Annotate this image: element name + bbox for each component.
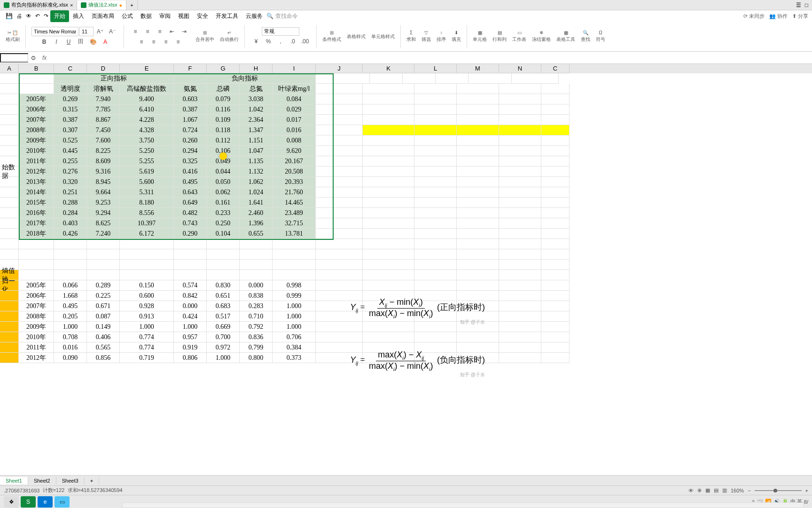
cell[interactable]: 正向指标	[54, 73, 174, 84]
zoom-slider[interactable]	[755, 490, 802, 491]
cell[interactable]: 0.913	[120, 311, 174, 322]
cell[interactable]	[541, 135, 570, 146]
cell[interactable]	[541, 218, 570, 229]
cell[interactable]: 0.112	[207, 135, 240, 146]
cell[interactable]	[414, 260, 457, 270]
cell[interactable]	[457, 104, 499, 115]
cell[interactable]	[541, 167, 570, 177]
table-row[interactable]: 2010年0.7080.4060.7740.9570.7000.8360.706	[0, 332, 812, 342]
cell[interactable]: 2005年	[19, 94, 54, 104]
sort-group[interactable]: ↕排序	[435, 30, 448, 43]
col-header-N[interactable]: N	[499, 64, 541, 73]
cell[interactable]	[0, 311, 19, 322]
cell[interactable]	[363, 332, 414, 342]
cell[interactable]: 4.228	[120, 115, 174, 125]
cell[interactable]	[541, 291, 570, 301]
cell[interactable]	[512, 73, 559, 84]
underline-icon[interactable]: U	[63, 37, 74, 47]
cell[interactable]: 5.311	[120, 187, 174, 198]
cell[interactable]	[414, 104, 457, 115]
cell[interactable]: 2009年	[19, 322, 54, 332]
cell[interactable]: 10.397	[120, 218, 174, 229]
cell[interactable]: 0.149	[87, 322, 120, 332]
menu-review[interactable]: 审阅	[156, 10, 174, 22]
col-header-G[interactable]: G	[207, 64, 240, 73]
cell[interactable]: 0.525	[54, 135, 87, 146]
zoom-level[interactable]: 160%	[731, 488, 744, 493]
cell[interactable]: 8.867	[87, 115, 120, 125]
cell[interactable]: 0.029	[273, 104, 316, 115]
cell[interactable]: 0.800	[240, 353, 273, 363]
cell[interactable]	[414, 187, 457, 198]
cell[interactable]	[499, 332, 541, 342]
cell[interactable]	[120, 239, 174, 249]
cell[interactable]: 0.600	[120, 291, 174, 301]
cell[interactable]	[54, 270, 87, 280]
menu-data[interactable]: 数据	[137, 10, 156, 22]
cell[interactable]	[316, 239, 363, 249]
cell[interactable]: 0.669	[207, 322, 240, 332]
cell[interactable]	[316, 94, 363, 104]
menu-dev[interactable]: 开发工具	[212, 10, 242, 22]
view-page-icon[interactable]: ▤	[714, 487, 718, 493]
cell[interactable]	[0, 353, 19, 363]
cell[interactable]: 0.719	[120, 353, 174, 363]
cell[interactable]	[207, 249, 240, 260]
cell[interactable]: 0.517	[207, 311, 240, 322]
cell[interactable]: 归一化	[0, 280, 19, 291]
cell[interactable]	[316, 146, 363, 156]
table-row[interactable]: 2005年0.2697.9409.4000.6030.0793.0380.084	[0, 94, 812, 104]
cell[interactable]	[363, 115, 414, 125]
cell[interactable]: 0.284	[54, 208, 87, 218]
cell[interactable]	[457, 198, 499, 208]
cell[interactable]: 0.565	[87, 342, 120, 353]
goto-icon[interactable]: ⊙	[28, 55, 39, 61]
menu-layout[interactable]: 页面布局	[88, 10, 118, 22]
table-row[interactable]: 正向指标负向指标	[0, 73, 812, 84]
cell[interactable]	[499, 177, 541, 187]
cell[interactable]	[541, 280, 570, 291]
share-button[interactable]: ⬆ 分享	[792, 13, 808, 20]
cell[interactable]: 0.090	[54, 353, 87, 363]
cell[interactable]: 3.750	[120, 135, 174, 146]
cell[interactable]: 0.495	[174, 177, 207, 187]
cell[interactable]: 0.700	[207, 332, 240, 342]
fill-color-icon[interactable]: 🎨	[87, 37, 99, 47]
view-eye-icon[interactable]: 👁	[688, 488, 694, 493]
cell[interactable]: 0.643	[174, 187, 207, 198]
cell[interactable]: 9.253	[87, 198, 120, 208]
cell[interactable]	[19, 249, 54, 260]
cell[interactable]	[457, 332, 499, 342]
cell[interactable]	[499, 115, 541, 125]
cell[interactable]: 23.489	[273, 208, 316, 218]
cell[interactable]	[541, 353, 570, 363]
cell[interactable]	[499, 94, 541, 104]
cell[interactable]: 0.066	[54, 280, 87, 291]
cond-format[interactable]: ⊞条件格式	[320, 30, 343, 43]
cell[interactable]: 2006年	[19, 104, 54, 115]
find-group[interactable]: 🔍查找	[579, 30, 592, 43]
cell[interactable]: 8.180	[120, 198, 174, 208]
cell[interactable]	[363, 146, 414, 156]
font-inc-icon[interactable]: A⁺	[94, 27, 106, 36]
cell[interactable]: 0.482	[174, 208, 207, 218]
cell[interactable]: 0.325	[174, 156, 207, 167]
cell[interactable]: 2007年	[19, 301, 54, 311]
font-select[interactable]	[31, 27, 78, 36]
col-header-C[interactable]: C	[54, 64, 87, 73]
cell[interactable]	[54, 239, 87, 249]
cell[interactable]: 0.724	[174, 125, 207, 135]
cell[interactable]	[0, 115, 19, 125]
cell[interactable]	[316, 125, 363, 135]
cell[interactable]	[316, 332, 363, 342]
undo-icon[interactable]: ↶	[33, 11, 42, 21]
cell[interactable]: 1.135	[240, 156, 273, 167]
cell[interactable]	[174, 239, 207, 249]
cell[interactable]: 0.050	[207, 177, 240, 187]
cell[interactable]	[541, 156, 570, 167]
cell[interactable]	[316, 229, 363, 239]
tab-close-icon[interactable]: ×	[70, 2, 73, 8]
cell[interactable]	[273, 239, 316, 249]
cell[interactable]	[0, 177, 19, 187]
cell[interactable]	[174, 270, 207, 280]
